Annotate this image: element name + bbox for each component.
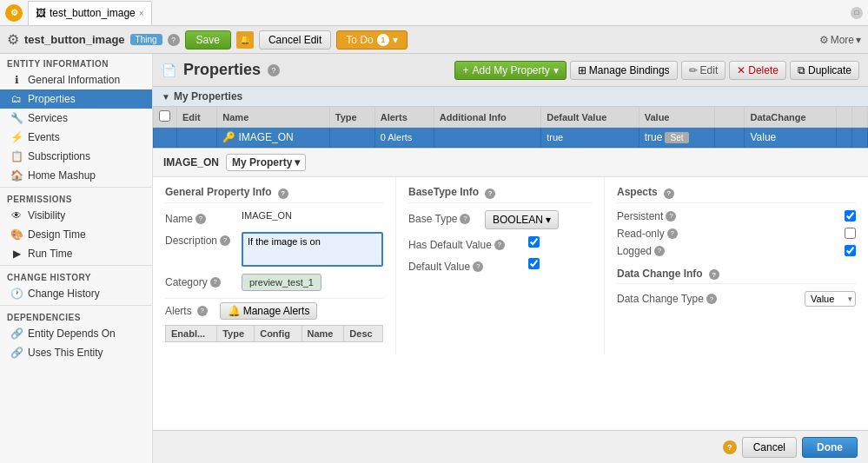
delete-icon: ✕ <box>737 64 745 76</box>
sidebar-item-general-info[interactable]: ℹ General Information <box>0 70 152 89</box>
row-name-cell: 🔑 IMAGE_ON <box>217 128 329 148</box>
properties-header: 📄 Properties ? + Add My Property ▾ ⊞ Man… <box>153 54 868 87</box>
description-help-icon[interactable]: ? <box>220 235 230 246</box>
footer-help-icon[interactable]: ? <box>723 440 737 454</box>
base-type-value: BOOLEAN <box>493 214 543 226</box>
edit-button[interactable]: ✏ Edit <box>681 61 726 80</box>
category-value: preview_test_1 <box>242 274 321 291</box>
alerts-help-icon[interactable]: ? <box>197 306 208 316</box>
maximize-button[interactable]: □ <box>851 7 863 19</box>
sidebar-item-design-time[interactable]: 🎨 Design Time <box>0 225 152 244</box>
description-input[interactable] <box>242 232 383 267</box>
alerts-label: Alerts <box>165 305 192 317</box>
my-properties-section-header[interactable]: ▼ My Properties <box>153 87 868 106</box>
cancel-edit-button[interactable]: Cancel Edit <box>259 30 331 50</box>
my-property-dropdown-arrow: ▾ <box>295 156 300 169</box>
row-checkbox-cell <box>154 128 177 148</box>
alerts-col-name: Name <box>301 325 344 341</box>
col-alerts: Alerts <box>374 107 434 128</box>
name-help-icon[interactable]: ? <box>195 214 206 224</box>
sidebar-label-events: Events <box>28 131 60 143</box>
default-value-checkbox[interactable] <box>528 258 540 269</box>
readonly-checkbox[interactable] <box>845 228 856 239</box>
aspects-help-icon[interactable]: ? <box>664 189 674 199</box>
home-mashup-icon: 🏠 <box>10 169 23 182</box>
default-value-help-icon[interactable]: ? <box>473 261 483 272</box>
todo-arrow: ▾ <box>393 34 398 46</box>
sidebar-item-services[interactable]: 🔧 Services <box>0 109 152 128</box>
properties-help-icon[interactable]: ? <box>268 64 280 76</box>
help-icon[interactable]: ? <box>168 34 180 46</box>
add-icon: + <box>462 64 468 76</box>
close-icon[interactable]: × <box>139 9 144 18</box>
basetype-help-icon[interactable]: ? <box>485 189 495 199</box>
save-notification-button[interactable]: 🔔 <box>236 31 254 49</box>
prop-icon: 🔑 <box>222 131 235 143</box>
delete-button[interactable]: ✕ Delete <box>729 61 786 80</box>
sidebar-item-run-time[interactable]: ▶ Run Time <box>0 244 152 263</box>
select-all-checkbox[interactable] <box>159 110 170 122</box>
table-row[interactable]: 🔑 IMAGE_ON 0 Alerts true true Set ↻ <box>154 128 868 148</box>
persistent-checkbox[interactable] <box>845 210 856 222</box>
sidebar-item-change-history[interactable]: 🕐 Change History <box>0 284 152 303</box>
my-property-dropdown[interactable]: My Property ▾ <box>226 154 306 171</box>
has-default-help-icon[interactable]: ? <box>494 240 505 250</box>
manage-bindings-button[interactable]: ⊞ Manage Bindings <box>570 61 678 80</box>
alerts-table: Enabl... Type Config Name Desc <box>165 325 383 342</box>
sidebar-item-visibility[interactable]: 👁 Visibility <box>0 206 152 225</box>
app-toolbar: ⚙ test_button_image Thing ? Save 🔔 Cance… <box>0 26 868 54</box>
sidebar-section-deps: DEPENDENCIES <box>0 308 152 324</box>
row-default-value-cell: true <box>541 128 639 148</box>
app-title: test_button_image <box>24 33 125 46</box>
row-extra2-cell <box>852 128 868 148</box>
data-change-type-dropdown-wrap: Value Always Never <box>805 291 856 307</box>
sidebar-item-subscriptions[interactable]: 📋 Subscriptions <box>0 147 152 166</box>
general-info-help-icon[interactable]: ? <box>278 189 288 199</box>
table-header-row: Edit Name Type Alerts Additional Info De… <box>154 107 868 128</box>
persistent-help-icon[interactable]: ? <box>666 211 676 222</box>
set-value-button[interactable]: Set <box>665 132 688 143</box>
data-change-help-icon[interactable]: ? <box>709 269 719 280</box>
row-refresh-cell: ↻ <box>715 128 745 148</box>
footer-done-button[interactable]: Done <box>802 437 858 458</box>
category-help-icon[interactable]: ? <box>210 277 221 288</box>
basetype-col: BaseType Info ? Base Type ? BOOLEAN ▾ <box>396 177 605 354</box>
sidebar-item-events[interactable]: ⚡ Events <box>0 128 152 147</box>
add-my-property-button[interactable]: + Add My Property ▾ <box>454 61 566 80</box>
value-label: Value <box>750 131 776 143</box>
duplicate-button[interactable]: ⧉ Duplicate <box>790 61 859 80</box>
more-arrow-icon: ▾ <box>856 34 861 46</box>
data-change-type-help-icon[interactable]: ? <box>706 294 717 304</box>
manage-alerts-button[interactable]: 🔔 Manage Alerts <box>220 302 318 320</box>
todo-label: To Do <box>346 34 373 46</box>
save-button[interactable]: Save <box>185 30 231 50</box>
window-tab[interactable]: 🖼 test_button_image × <box>28 1 152 25</box>
readonly-help-icon[interactable]: ? <box>667 228 678 239</box>
default-value-label: Default Value ? <box>408 258 521 273</box>
logged-help-icon[interactable]: ? <box>654 246 665 256</box>
col-extra1 <box>837 107 852 128</box>
logged-checkbox[interactable] <box>845 245 856 256</box>
sidebar-item-entity-depends-on[interactable]: 🔗 Entity Depends On <box>0 324 152 343</box>
footer-cancel-button[interactable]: Cancel <box>742 437 797 458</box>
general-property-col: General Property Info ? Name ? IMAGE_ON … <box>153 177 396 354</box>
base-type-help-icon[interactable]: ? <box>460 214 470 224</box>
col-checkbox <box>154 107 177 128</box>
has-default-checkbox[interactable] <box>528 236 540 248</box>
base-type-button[interactable]: BOOLEAN ▾ <box>485 210 559 229</box>
manage-alerts-icon: 🔔 <box>228 305 241 317</box>
gear-icon: ⚙ <box>7 31 19 48</box>
data-change-type-select[interactable]: Value Always Never <box>805 291 856 307</box>
refresh-icon[interactable]: ↻ <box>720 130 731 144</box>
design-time-icon: 🎨 <box>10 228 23 241</box>
data-change-header: Data Change Info ? <box>617 268 856 285</box>
sidebar-item-uses-this-entity[interactable]: 🔗 Uses This Entity <box>0 343 152 362</box>
more-button[interactable]: ⚙ More ▾ <box>819 34 861 46</box>
sidebar-item-home-mashup[interactable]: 🏠 Home Mashup <box>0 166 152 185</box>
sidebar-item-properties[interactable]: 🗂 Properties <box>0 89 152 109</box>
persistent-row: Persistent ? <box>617 210 856 222</box>
change-history-icon: 🕐 <box>10 288 23 300</box>
page-title: Properties <box>183 61 261 79</box>
sidebar-label-design-time: Design Time <box>28 228 86 241</box>
todo-button[interactable]: To Do 1 ▾ <box>336 30 407 50</box>
